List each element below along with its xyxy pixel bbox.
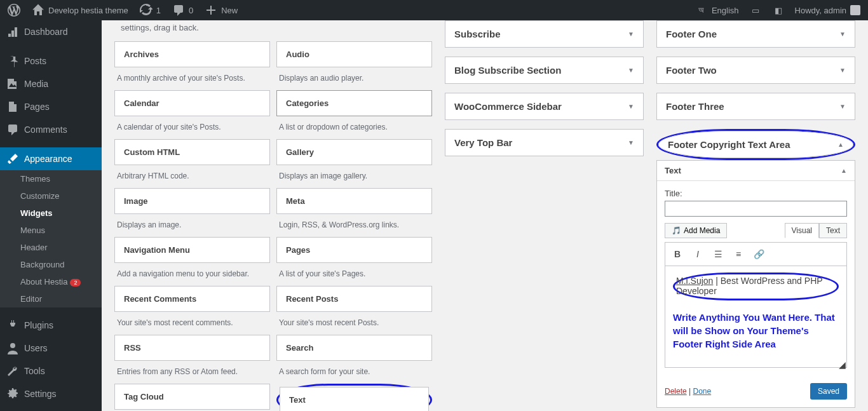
widget-recent-posts[interactable]: Recent Posts xyxy=(276,286,432,312)
text-widget-instance: Text▲ Title: 🎵Add Media Visual Text xyxy=(656,160,855,408)
done-link[interactable]: Done xyxy=(693,387,711,396)
link-button[interactable]: 🔗 xyxy=(749,245,768,263)
title-label: Title: xyxy=(665,189,847,198)
menu-media[interactable]: Media xyxy=(0,72,102,95)
available-widgets-right: Audio Displays an audio player. Categori… xyxy=(276,41,432,411)
resize-handle[interactable]: ◢ xyxy=(839,360,845,366)
annotation-highlight-footer-copyright: Footer Copyright Text Area▲ xyxy=(656,129,855,160)
submenu-customize[interactable]: Customize xyxy=(0,187,102,205)
widget-calendar[interactable]: Calendar xyxy=(114,90,270,116)
menu-appearance[interactable]: Appearance xyxy=(0,147,102,170)
submenu-menus[interactable]: Menus xyxy=(0,222,102,239)
annotation-write-anything: Write Anything You Want Here. That will … xyxy=(673,311,839,351)
update-badge: 2 xyxy=(70,279,81,286)
menu-dashboard[interactable]: Dashboard xyxy=(0,20,102,43)
tab-visual[interactable]: Visual xyxy=(785,223,819,238)
music-icon: 🎵 xyxy=(672,226,681,235)
submenu-themes[interactable]: Themes xyxy=(0,170,102,187)
submenu-widgets[interactable]: Widgets xyxy=(0,205,102,222)
brush-icon xyxy=(6,152,19,165)
sidebar-footer-copyright[interactable]: Footer Copyright Text Area▲ xyxy=(658,131,853,158)
bold-button[interactable]: B xyxy=(668,245,687,263)
comment-icon xyxy=(6,123,19,136)
submenu-appearance: Themes Customize Widgets Menus Header Ba… xyxy=(0,170,102,307)
widget-pages[interactable]: Pages xyxy=(276,237,432,263)
widgets-admin-page: settings, drag it back. Archives A month… xyxy=(102,20,868,411)
site-name-label: Develop hestia theme xyxy=(48,6,128,15)
user-icon xyxy=(6,342,19,354)
widget-image[interactable]: Image xyxy=(114,188,270,214)
chevron-down-icon: ▼ xyxy=(628,67,634,74)
widget-rss[interactable]: RSS xyxy=(114,335,270,361)
wrench-icon xyxy=(6,365,19,377)
widget-audio[interactable]: Audio xyxy=(276,41,432,67)
submenu-background[interactable]: Background xyxy=(0,256,102,273)
sidebar-subscribe[interactable]: Subscribe▼ xyxy=(445,21,643,47)
menu-tools[interactable]: Tools xyxy=(0,360,102,382)
saved-badge: Saved xyxy=(810,383,847,400)
comments-link[interactable]: 0 xyxy=(167,0,198,20)
menu-pages[interactable]: Pages xyxy=(0,95,102,118)
submenu-editor[interactable]: Editor xyxy=(0,290,102,307)
chevron-up-icon: ▲ xyxy=(837,141,844,148)
new-content-link[interactable]: New xyxy=(200,0,243,20)
widget-search[interactable]: Search xyxy=(276,335,432,361)
widget-categories[interactable]: Categories xyxy=(276,90,432,116)
chevron-down-icon: ▼ xyxy=(839,30,846,37)
menu-users[interactable]: Users xyxy=(0,337,102,360)
menu-comments[interactable]: Comments xyxy=(0,118,102,141)
admin-icon-2[interactable]: ◧ xyxy=(767,0,790,20)
add-media-button[interactable]: 🎵Add Media xyxy=(665,223,727,238)
widget-nav-menu[interactable]: Navigation Menu xyxy=(114,237,270,263)
widget-text[interactable]: Text xyxy=(280,387,429,411)
ol-button[interactable]: ≡ xyxy=(729,245,748,263)
italic-button[interactable]: I xyxy=(688,245,707,263)
home-icon xyxy=(32,4,44,17)
widget-areas-columns: Subscribe▼ Blog Subscribe Section▼ WooCo… xyxy=(445,20,855,411)
sidebar-blog-subscribe[interactable]: Blog Subscribe Section▼ xyxy=(445,57,643,83)
menu-settings[interactable]: Settings xyxy=(0,382,102,405)
sidebar-footer-two[interactable]: Footer Two▼ xyxy=(657,57,855,83)
wp-logo-icon[interactable] xyxy=(3,0,25,20)
admin-side-menu: Dashboard Posts Media Pages Comments App… xyxy=(0,20,102,411)
submenu-about-hestia[interactable]: About Hestia2 xyxy=(0,273,102,290)
site-home-link[interactable]: Develop hestia theme xyxy=(27,0,133,20)
media-icon xyxy=(6,77,19,90)
my-account-link[interactable]: Howdy, admin xyxy=(790,0,865,20)
menu-posts[interactable]: Posts xyxy=(0,50,102,72)
updates-link[interactable]: 1 xyxy=(135,0,166,20)
ul-button[interactable]: ☰ xyxy=(709,245,728,263)
annotation-highlight-text-widget: Text xyxy=(276,384,432,411)
plus-icon xyxy=(205,4,217,17)
available-widgets-column: settings, drag it back. Archives A month… xyxy=(114,20,432,411)
plug-icon xyxy=(6,319,19,332)
chevron-down-icon: ▼ xyxy=(839,67,846,74)
widget-archives-desc: A monthly archive of your site's Posts. xyxy=(114,70,270,90)
chevron-down-icon: ▼ xyxy=(628,103,634,110)
submenu-header[interactable]: Header xyxy=(0,239,102,256)
language-switcher[interactable]: অEnglish xyxy=(690,0,744,20)
comment-icon xyxy=(172,4,185,17)
page-icon xyxy=(6,100,19,113)
menu-plugins[interactable]: Plugins xyxy=(0,314,102,337)
sidebar-footer-one[interactable]: Footer One▼ xyxy=(657,21,855,47)
title-input[interactable] xyxy=(665,201,847,217)
widget-recent-comments[interactable]: Recent Comments xyxy=(114,286,270,312)
sidebar-woocommerce[interactable]: WooCommerce Sidebar▼ xyxy=(445,93,643,119)
widget-archives[interactable]: Archives xyxy=(114,41,270,67)
editor-content[interactable]: M.i.Sujon | Best WordPress and PHP Devel… xyxy=(665,266,847,368)
text-widget-head[interactable]: Text▲ xyxy=(657,161,855,181)
delete-link[interactable]: Delete xyxy=(665,387,687,396)
sidebar-very-top-bar[interactable]: Very Top Bar▼ xyxy=(445,130,643,156)
admin-icon-1[interactable]: ▭ xyxy=(744,0,767,20)
widget-gallery[interactable]: Gallery xyxy=(276,139,432,165)
chevron-down-icon: ▼ xyxy=(839,103,846,110)
widget-meta[interactable]: Meta xyxy=(276,188,432,214)
widget-custom-html[interactable]: Custom HTML xyxy=(114,139,270,165)
svg-point-0 xyxy=(10,343,15,348)
tab-text[interactable]: Text xyxy=(819,223,847,238)
widget-tag-cloud[interactable]: Tag Cloud xyxy=(114,384,270,410)
pushpin-icon xyxy=(6,55,19,67)
available-widgets-left: Archives A monthly archive of your site'… xyxy=(114,41,270,411)
sidebar-footer-three[interactable]: Footer Three▼ xyxy=(657,93,855,119)
